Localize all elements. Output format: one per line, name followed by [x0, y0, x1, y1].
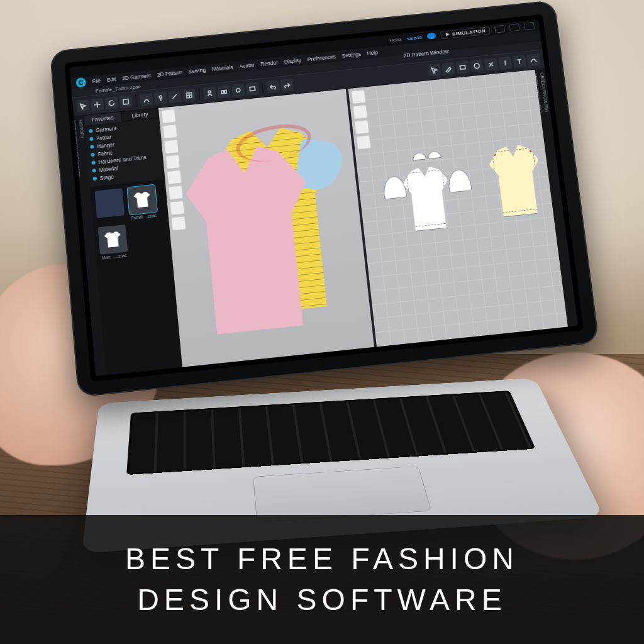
- tool-pin-icon[interactable]: [154, 92, 168, 105]
- menu-sewing[interactable]: Sewing: [188, 67, 206, 74]
- menu-materials[interactable]: Materials: [211, 64, 233, 72]
- tshirt-icon: [133, 192, 151, 208]
- tool2d-pointer-icon[interactable]: [428, 64, 441, 77]
- play-icon: [445, 31, 450, 36]
- minimize-icon[interactable]: [494, 25, 505, 33]
- view-texture-icon[interactable]: [164, 139, 179, 154]
- pattern-front-body[interactable]: [401, 165, 453, 232]
- view-snapshot-icon[interactable]: [171, 216, 186, 231]
- thumb-label: Male_….zpac: [101, 253, 126, 260]
- p2d-add-icon[interactable]: [354, 119, 369, 134]
- thumb-female-tshirt[interactable]: Femal….zpac: [126, 185, 158, 221]
- laptop-lid: 2D Pattern Window Hello, sara16 SIMULATI…: [50, 0, 599, 397]
- thumb-label: Femal….zpac: [131, 213, 157, 220]
- tool-move-icon[interactable]: [91, 98, 104, 111]
- bullet-icon: [91, 160, 95, 164]
- tool-render-icon[interactable]: [246, 82, 260, 96]
- tool2d-text-icon[interactable]: [513, 55, 526, 68]
- seam-line: [406, 169, 449, 227]
- bullet-icon: [89, 137, 93, 141]
- thumb-folder[interactable]: [94, 188, 125, 224]
- tool2d-circle-icon[interactable]: [470, 59, 484, 72]
- pattern-collar-left[interactable]: [412, 152, 426, 161]
- tool2d-rect-icon[interactable]: [456, 61, 470, 74]
- caption-banner: BEST FREE FASHION DESIGN SOFTWARE: [0, 515, 644, 644]
- garment-3d: [184, 122, 356, 342]
- svg-rect-8: [460, 65, 465, 70]
- view-seam-icon[interactable]: [167, 170, 182, 185]
- seam-line: [492, 148, 541, 213]
- menu-file[interactable]: File: [92, 77, 101, 84]
- pattern-collar-right[interactable]: [427, 150, 441, 159]
- tool2d-trace-icon[interactable]: [526, 53, 540, 67]
- fav-label: Avatar: [96, 134, 112, 142]
- toolbar-separator: [135, 94, 137, 106]
- 2d-pattern-panel[interactable]: [348, 70, 568, 347]
- menu-help[interactable]: Help: [367, 49, 378, 56]
- tool2d-cut-icon[interactable]: [484, 58, 498, 71]
- tool-avatar-icon[interactable]: [203, 87, 217, 100]
- pattern-back-body[interactable]: [487, 143, 545, 218]
- menu-2d-pattern[interactable]: 2D Pattern: [157, 69, 182, 78]
- p2d-select-icon[interactable]: [351, 89, 366, 104]
- menu-render[interactable]: Render: [260, 60, 278, 67]
- svg-point-1: [159, 96, 162, 98]
- thumb-male-tshirt[interactable]: Male_….zpac: [97, 225, 129, 260]
- fav-label: Fabric: [97, 150, 113, 157]
- p2d-edit-icon[interactable]: [353, 104, 368, 119]
- bullet-icon: [91, 153, 94, 157]
- panel2d-toolbar: [351, 89, 371, 150]
- tool-rotate-icon[interactable]: [105, 96, 118, 109]
- notch-mark: [530, 150, 532, 152]
- toolbar-separator: [199, 88, 201, 100]
- p2d-sync-icon[interactable]: [356, 135, 371, 150]
- username-link[interactable]: sara16: [407, 34, 423, 41]
- caption-text: BEST FREE FASHION DESIGN SOFTWARE: [125, 539, 519, 621]
- close-icon[interactable]: [524, 22, 535, 30]
- tool-sew-icon[interactable]: [140, 93, 153, 106]
- tool-select-icon[interactable]: [76, 99, 89, 113]
- svg-point-3: [208, 91, 211, 93]
- view-shade-icon[interactable]: [161, 109, 176, 123]
- pattern-sleeve-right[interactable]: [447, 169, 472, 193]
- tool-scale-icon[interactable]: [119, 95, 132, 108]
- fav-label: Stage: [99, 174, 114, 181]
- pattern-sleeve-left[interactable]: [382, 175, 407, 199]
- view-wire-icon[interactable]: [162, 124, 177, 138]
- bullet-icon: [93, 177, 97, 180]
- menu-avatar[interactable]: Avatar: [239, 62, 255, 69]
- menu-display[interactable]: Display: [284, 57, 301, 65]
- tool-texture-icon[interactable]: [182, 89, 196, 102]
- menu-preferences[interactable]: Preferences: [307, 53, 336, 62]
- fav-label: Garment: [96, 125, 117, 133]
- 3d-viewport[interactable]: [158, 89, 374, 367]
- svg-point-6: [236, 88, 240, 92]
- view-avatar-icon[interactable]: [165, 155, 180, 170]
- menu-edit[interactable]: Edit: [106, 76, 116, 83]
- toolbar-separator: [262, 82, 264, 94]
- tool2d-pen-icon[interactable]: [441, 62, 455, 75]
- greeting-label: Hello,: [389, 36, 402, 43]
- menu-3d-garment[interactable]: 3D Garment: [122, 72, 151, 81]
- app-logo[interactable]: C: [75, 77, 86, 88]
- svg-rect-0: [123, 99, 129, 104]
- simulation-label: SIMULATION: [452, 28, 486, 36]
- tool-redo-icon[interactable]: [280, 79, 294, 92]
- tool-undo-icon[interactable]: [266, 80, 280, 93]
- tool-measure-icon[interactable]: [168, 90, 182, 103]
- workspace: HISTORY MODULAR CONFIGURATOR Favorites L…: [74, 69, 578, 376]
- bullet-icon: [89, 129, 92, 133]
- fav-label: Material: [99, 165, 118, 174]
- fav-label: Hanger: [97, 142, 115, 150]
- svg-point-5: [223, 91, 225, 93]
- menu-settings[interactable]: Settings: [341, 51, 361, 59]
- view-grid-icon[interactable]: [168, 185, 183, 200]
- tool2d-notch-icon[interactable]: [498, 57, 512, 70]
- view-reset-icon[interactable]: [170, 201, 185, 216]
- notch-mark: [493, 153, 496, 156]
- tool-camera-icon[interactable]: [217, 85, 231, 98]
- maximize-icon[interactable]: [509, 23, 520, 31]
- cloud-icon[interactable]: [426, 33, 436, 40]
- tool-light-icon[interactable]: [231, 84, 245, 97]
- tshirt-icon: [104, 231, 121, 248]
